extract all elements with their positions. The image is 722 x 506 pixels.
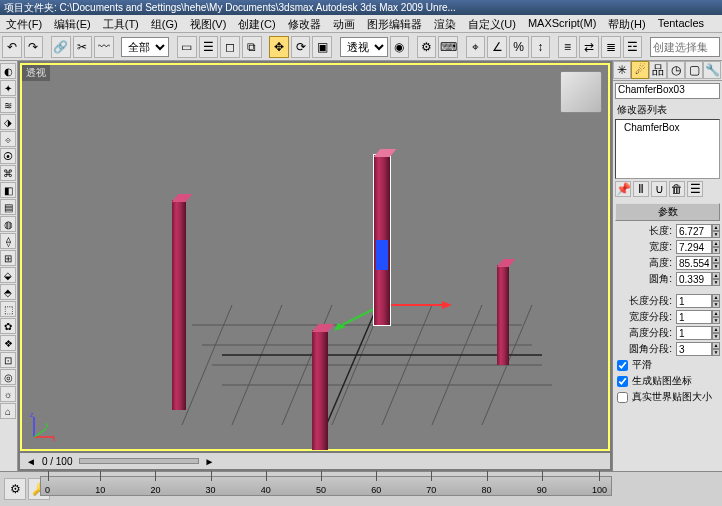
tab-hierarchy-icon[interactable]: 品 bbox=[649, 61, 667, 79]
left-tool-20[interactable]: ☼ bbox=[0, 386, 16, 402]
mirror-button[interactable]: ⇄ bbox=[579, 36, 599, 58]
rollout-parameters[interactable]: 参数 bbox=[615, 203, 720, 221]
keymode-button[interactable]: ⌨ bbox=[438, 36, 458, 58]
menu-grapheditors[interactable]: 图形编辑器 bbox=[361, 15, 428, 32]
left-tool-8[interactable]: ◧ bbox=[0, 182, 16, 198]
length-input[interactable] bbox=[676, 224, 712, 238]
ref-coord-dropdown[interactable]: 透视 bbox=[340, 37, 388, 57]
left-tool-1[interactable]: ◐ bbox=[0, 63, 16, 79]
menu-group[interactable]: 组(G) bbox=[145, 15, 184, 32]
left-tool-15[interactable]: ⬚ bbox=[0, 301, 16, 317]
hsegs-label: 高度分段: bbox=[615, 326, 676, 340]
window-crossing-button[interactable]: ⧉ bbox=[242, 36, 262, 58]
genmap-label: 生成贴图坐标 bbox=[632, 374, 692, 388]
configure-sets-button[interactable]: ☰ bbox=[687, 181, 703, 197]
snap-button[interactable]: ⌖ bbox=[466, 36, 486, 58]
spinner-down-icon[interactable]: ▼ bbox=[712, 231, 720, 238]
left-tool-12[interactable]: ⊞ bbox=[0, 250, 16, 266]
menu-file[interactable]: 文件(F) bbox=[0, 15, 48, 32]
manipulate-button[interactable]: ⚙ bbox=[417, 36, 437, 58]
left-tool-6[interactable]: ⦿ bbox=[0, 148, 16, 164]
spinner-snap-button[interactable]: ↕ bbox=[531, 36, 551, 58]
fsegs-input[interactable] bbox=[676, 342, 712, 356]
select-rect-button[interactable]: ◻ bbox=[220, 36, 240, 58]
select-by-name-button[interactable]: ☰ bbox=[199, 36, 219, 58]
menu-create[interactable]: 创建(C) bbox=[232, 15, 281, 32]
smooth-checkbox[interactable] bbox=[617, 360, 628, 371]
modifier-stack[interactable]: ChamferBox bbox=[615, 119, 720, 179]
rotate-button[interactable]: ⟳ bbox=[291, 36, 311, 58]
left-tool-11[interactable]: ⟠ bbox=[0, 233, 16, 249]
menu-modifiers[interactable]: 修改器 bbox=[282, 15, 327, 32]
named-selection-set-input[interactable] bbox=[650, 37, 720, 57]
left-tool-16[interactable]: ✿ bbox=[0, 318, 16, 334]
tab-create-icon[interactable]: ✳ bbox=[613, 61, 631, 79]
select-button[interactable]: ▭ bbox=[177, 36, 197, 58]
scroll-right-icon[interactable]: ► bbox=[205, 456, 215, 467]
pivot-button[interactable]: ◉ bbox=[390, 36, 410, 58]
genmap-checkbox[interactable] bbox=[617, 376, 628, 387]
height-label: 高度: bbox=[615, 256, 676, 270]
scene-pillar-selected[interactable] bbox=[374, 155, 390, 325]
tab-motion-icon[interactable]: ◷ bbox=[667, 61, 685, 79]
fillet-input[interactable] bbox=[676, 272, 712, 286]
pin-stack-button[interactable]: 📌 bbox=[615, 181, 631, 197]
link-button[interactable]: 🔗 bbox=[51, 36, 71, 58]
menu-render[interactable]: 渲染 bbox=[428, 15, 462, 32]
unlink-button[interactable]: ✂ bbox=[73, 36, 93, 58]
left-tool-21[interactable]: ⌂ bbox=[0, 403, 16, 419]
left-tool-4[interactable]: ⬗ bbox=[0, 114, 16, 130]
named-set-button[interactable]: ≡ bbox=[558, 36, 578, 58]
main-toolbar: ↶ ↷ 🔗 ✂ 〰 全部 ▭ ☰ ◻ ⧉ ✥ ⟳ ▣ 透视 ◉ ⚙ ⌨ ⌖ ∠ … bbox=[0, 33, 722, 61]
time-ruler[interactable]: 0 10 20 30 40 50 60 70 80 90 100 bbox=[40, 476, 612, 496]
left-tool-13[interactable]: ⬙ bbox=[0, 267, 16, 283]
menu-tools[interactable]: 工具(T) bbox=[97, 15, 145, 32]
menu-help[interactable]: 帮助(H) bbox=[602, 15, 651, 32]
tab-display-icon[interactable]: ▢ bbox=[685, 61, 703, 79]
show-end-result-button[interactable]: Ⅱ bbox=[633, 181, 649, 197]
modifier-stack-item[interactable]: ChamferBox bbox=[624, 122, 711, 133]
menu-customize[interactable]: 自定义(U) bbox=[462, 15, 522, 32]
make-unique-button[interactable]: ∪ bbox=[651, 181, 667, 197]
lsegs-input[interactable] bbox=[676, 294, 712, 308]
perspective-viewport[interactable]: 透视 bbox=[20, 63, 610, 451]
menu-maxscript[interactable]: MAXScript(M) bbox=[522, 15, 602, 32]
bind-spacewarp-button[interactable]: 〰 bbox=[94, 36, 114, 58]
scroll-left-icon[interactable]: ◄ bbox=[26, 456, 36, 467]
hsegs-input[interactable] bbox=[676, 326, 712, 340]
left-tool-3[interactable]: ≋ bbox=[0, 97, 16, 113]
layers-button[interactable]: ☲ bbox=[623, 36, 643, 58]
time-slider[interactable] bbox=[79, 458, 199, 464]
tab-modify-icon[interactable]: ☄ bbox=[631, 61, 649, 79]
left-tool-14[interactable]: ⬘ bbox=[0, 284, 16, 300]
remove-modifier-button[interactable]: 🗑 bbox=[669, 181, 685, 197]
align-button[interactable]: ≣ bbox=[601, 36, 621, 58]
left-tool-9[interactable]: ▤ bbox=[0, 199, 16, 215]
angle-snap-button[interactable]: ∠ bbox=[487, 36, 507, 58]
left-tool-2[interactable]: ✦ bbox=[0, 80, 16, 96]
scale-button[interactable]: ▣ bbox=[312, 36, 332, 58]
move-button[interactable]: ✥ bbox=[269, 36, 289, 58]
left-tool-10[interactable]: ◍ bbox=[0, 216, 16, 232]
percent-snap-button[interactable]: % bbox=[509, 36, 529, 58]
left-tool-18[interactable]: ⊡ bbox=[0, 352, 16, 368]
width-input[interactable] bbox=[676, 240, 712, 254]
tab-utilities-icon[interactable]: 🔧 bbox=[703, 61, 721, 79]
undo-button[interactable]: ↶ bbox=[2, 36, 22, 58]
spinner-up-icon[interactable]: ▲ bbox=[712, 224, 720, 231]
menu-tentacles[interactable]: Tentacles bbox=[652, 15, 710, 32]
selection-filter-dropdown[interactable]: 全部 bbox=[121, 37, 169, 57]
height-input[interactable] bbox=[676, 256, 712, 270]
object-name-field[interactable]: ChamferBox03 bbox=[615, 83, 720, 99]
left-tool-17[interactable]: ❖ bbox=[0, 335, 16, 351]
menu-views[interactable]: 视图(V) bbox=[184, 15, 233, 32]
left-tool-7[interactable]: ⌘ bbox=[0, 165, 16, 181]
redo-button[interactable]: ↷ bbox=[24, 36, 44, 58]
menu-edit[interactable]: 编辑(E) bbox=[48, 15, 97, 32]
left-tool-19[interactable]: ◎ bbox=[0, 369, 16, 385]
wsegs-input[interactable] bbox=[676, 310, 712, 324]
timeline-config-button[interactable]: ⚙ bbox=[4, 478, 26, 500]
menu-animation[interactable]: 动画 bbox=[327, 15, 361, 32]
left-tool-5[interactable]: ⟐ bbox=[0, 131, 16, 147]
realworld-checkbox[interactable] bbox=[617, 392, 628, 403]
